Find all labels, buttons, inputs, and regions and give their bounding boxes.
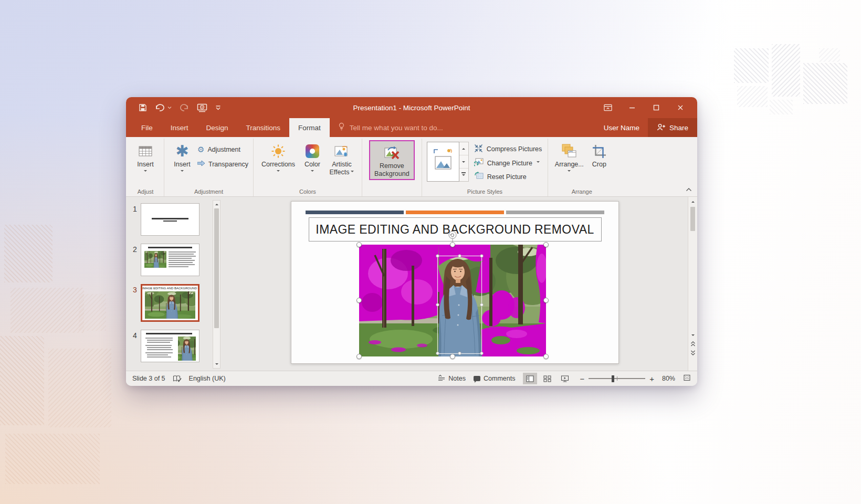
- slide-indicator: Slide 3 of 5: [132, 375, 165, 382]
- resize-handle-n[interactable]: [450, 242, 455, 247]
- group-picture-styles: Compress Pictures Change Picture Reset P…: [422, 139, 549, 196]
- resize-handle-nw[interactable]: [356, 242, 362, 247]
- crop-button[interactable]: Crop: [586, 140, 612, 169]
- share-button[interactable]: Share: [648, 118, 697, 137]
- slide-accent-bar: [306, 211, 605, 214]
- workspace: 1 2: [126, 197, 697, 371]
- user-name[interactable]: User Name: [595, 118, 648, 137]
- slide-thumbnail-1[interactable]: [141, 203, 200, 236]
- previous-slide-button[interactable]: [688, 339, 697, 348]
- comments-icon: [474, 376, 480, 381]
- redo-icon[interactable]: [180, 104, 189, 112]
- gallery-more-button[interactable]: [459, 169, 468, 181]
- gallery-scroll-up[interactable]: [459, 142, 468, 155]
- chevron-down-icon: [351, 171, 354, 174]
- ribbon-tab-row: File Insert Design Transitions Format Te…: [126, 118, 697, 137]
- zoom-level[interactable]: 80%: [662, 375, 675, 382]
- minimize-button[interactable]: [628, 103, 636, 112]
- canvas-scroll-thumb[interactable]: [690, 207, 695, 231]
- rotate-handle[interactable]: [448, 231, 456, 239]
- corrections-button[interactable]: Corrections: [257, 140, 299, 173]
- reset-picture-icon: [474, 172, 484, 182]
- status-bar: Slide 3 of 5 English (UK) Notes Comments: [126, 371, 697, 386]
- normal-view-button[interactable]: [523, 373, 537, 384]
- picture-style-thumbnail[interactable]: [427, 142, 459, 182]
- comments-toggle[interactable]: Comments: [474, 375, 515, 382]
- group-label-adjust: Adjust: [127, 188, 164, 195]
- slideshow-view-button[interactable]: [558, 373, 572, 384]
- thumbnail-scroll-thumb[interactable]: [214, 208, 219, 328]
- chevron-down-icon: [311, 170, 314, 173]
- lightbulb-icon: [338, 122, 345, 133]
- fit-to-window-icon[interactable]: [683, 374, 691, 383]
- title-bar: Presentation1 - Microsoft PowerPoint: [126, 97, 697, 118]
- language-selector[interactable]: English (UK): [189, 375, 226, 382]
- resize-handle-w[interactable]: [356, 298, 362, 303]
- slide-editor[interactable]: IMAGE EDITING AND BACKGROUND REMOVAL: [291, 201, 619, 364]
- zoom-slider[interactable]: [589, 378, 645, 379]
- slide-number: 1: [126, 203, 141, 236]
- slide-sorter-view-button[interactable]: [540, 373, 554, 384]
- thumbnail-scrollbar: [213, 200, 220, 369]
- adjustment-button[interactable]: ⚙ Adjustment: [197, 145, 248, 153]
- canvas-scroll-down[interactable]: [688, 331, 697, 339]
- picture-styles-gallery: [427, 142, 469, 182]
- thumbnail-scroll-up[interactable]: [213, 201, 220, 208]
- tab-design[interactable]: Design: [197, 118, 237, 137]
- start-slideshow-icon[interactable]: [197, 103, 207, 112]
- insert-button[interactable]: Insert: [131, 140, 160, 173]
- zoom-in-button[interactable]: +: [649, 374, 654, 383]
- canvas-scroll-up[interactable]: [688, 198, 697, 206]
- tell-me-box[interactable]: Tell me what you want to do...: [330, 118, 452, 137]
- transparency-arrow-icon: [197, 160, 205, 168]
- zoom-slider-thumb[interactable]: [612, 375, 614, 382]
- table-icon: [139, 142, 152, 161]
- tab-file[interactable]: File: [132, 118, 162, 137]
- transparency-button[interactable]: Transparency: [197, 160, 248, 168]
- ribbon: Insert Adjust ✱ Insert ⚙ Adjustment: [126, 137, 697, 197]
- undo-icon[interactable]: [155, 104, 172, 112]
- group-label-adjustment: Adjustment: [164, 188, 253, 195]
- thumbnail-scroll-down[interactable]: [213, 360, 220, 368]
- adjustment-insert-button[interactable]: ✱ Insert: [168, 140, 196, 173]
- resize-handle-se[interactable]: [543, 354, 549, 359]
- zoom-out-button[interactable]: −: [580, 374, 584, 383]
- background-removal-preview[interactable]: [359, 245, 546, 356]
- chevron-down-icon: [144, 170, 147, 173]
- notes-toggle[interactable]: Notes: [438, 374, 466, 383]
- resize-handle-sw[interactable]: [356, 354, 362, 359]
- maximize-button[interactable]: [652, 103, 660, 112]
- customize-quick-access-icon[interactable]: [215, 105, 221, 110]
- resize-handle-e[interactable]: [543, 298, 549, 303]
- change-picture-button[interactable]: Change Picture: [474, 158, 542, 168]
- reset-picture-button[interactable]: Reset Picture: [474, 172, 542, 182]
- spellcheck-icon[interactable]: [173, 375, 182, 383]
- chevron-down-icon: [537, 161, 540, 164]
- gallery-scroll-down[interactable]: [459, 155, 468, 169]
- change-picture-icon: [474, 158, 484, 168]
- collapse-ribbon-button[interactable]: [686, 184, 692, 194]
- save-icon[interactable]: [139, 103, 147, 112]
- group-label-picture-styles: Picture Styles: [422, 188, 548, 195]
- ribbon-display-options-icon[interactable]: [604, 103, 612, 112]
- artistic-effects-button[interactable]: Artistic Effects: [326, 140, 358, 176]
- arrange-icon: [561, 142, 577, 161]
- remove-background-button[interactable]: Remove Background: [369, 140, 415, 180]
- slide-thumbnail-3[interactable]: IMAGE EDITING AND BACKGROUND REMOVAL: [141, 284, 200, 322]
- tab-transitions[interactable]: Transitions: [237, 118, 290, 137]
- resize-handle-s[interactable]: [450, 354, 455, 359]
- tab-format[interactable]: Format: [289, 118, 330, 137]
- slide-thumbnail-4[interactable]: [141, 330, 200, 362]
- selected-picture[interactable]: [359, 245, 546, 356]
- arrange-button[interactable]: Arrange...: [552, 140, 586, 173]
- window-title: Presentation1 - Microsoft PowerPoint: [353, 104, 470, 112]
- tab-insert[interactable]: Insert: [162, 118, 197, 137]
- resize-handle-ne[interactable]: [543, 242, 549, 247]
- chevron-down-icon: [277, 170, 280, 173]
- slide-thumbnail-2[interactable]: [141, 244, 200, 276]
- compress-pictures-button[interactable]: Compress Pictures: [474, 144, 542, 154]
- next-slide-button[interactable]: [688, 348, 697, 357]
- close-button[interactable]: [676, 103, 685, 112]
- powerpoint-window: Presentation1 - Microsoft PowerPoint Fil…: [126, 97, 697, 386]
- color-button[interactable]: Color: [299, 140, 326, 173]
